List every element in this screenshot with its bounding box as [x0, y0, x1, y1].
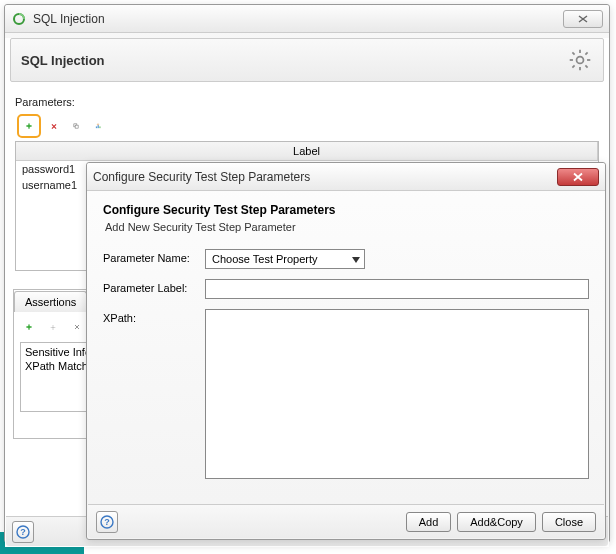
svg-line-9: [585, 52, 587, 54]
svg-rect-11: [75, 125, 78, 128]
dialog-title: Configure Security Test Step Parameters: [93, 170, 557, 184]
page-title: SQL Injection: [21, 53, 105, 68]
svg-text:?: ?: [20, 527, 26, 537]
svg-rect-14: [99, 126, 100, 128]
svg-rect-13: [98, 125, 99, 128]
svg-point-15: [52, 326, 54, 328]
xpath-input[interactable]: [205, 309, 589, 479]
xpath-label: XPath:: [103, 309, 205, 324]
column-label: Label: [16, 142, 598, 160]
dialog-titlebar: Configure Security Test Step Parameters: [87, 163, 605, 191]
table-header-row: Label: [16, 142, 598, 161]
row-parameter-label: Parameter Label:: [103, 279, 589, 299]
parameter-name-label: Parameter Name:: [103, 249, 205, 264]
gear-icon[interactable]: [567, 47, 593, 73]
svg-rect-12: [96, 126, 97, 128]
copy-parameter-button[interactable]: [67, 117, 85, 135]
parameter-name-select[interactable]: Choose Test Property: [205, 249, 365, 269]
parameters-toolbar: [15, 114, 599, 138]
extract-parameter-button[interactable]: [89, 117, 107, 135]
svg-point-1: [577, 57, 584, 64]
dialog-close-button[interactable]: [557, 168, 599, 186]
row-parameter-name: Parameter Name: Choose Test Property: [103, 249, 589, 269]
svg-line-8: [572, 65, 574, 67]
svg-line-6: [572, 52, 574, 54]
configure-parameters-dialog: Configure Security Test Step Parameters …: [86, 162, 606, 540]
window-title: SQL Injection: [33, 12, 559, 26]
window-close-button[interactable]: [563, 10, 603, 28]
parameter-label-label: Parameter Label:: [103, 279, 205, 294]
row-xpath: XPath:: [103, 309, 589, 479]
help-button[interactable]: ?: [12, 521, 34, 543]
add-assertion-button[interactable]: [20, 318, 38, 336]
svg-text:?: ?: [104, 517, 110, 527]
add-button[interactable]: Add: [406, 512, 452, 532]
svg-line-7: [585, 65, 587, 67]
parameter-label-input[interactable]: [205, 279, 589, 299]
chevron-down-icon: [352, 253, 360, 265]
add-copy-button[interactable]: Add&Copy: [457, 512, 536, 532]
remove-parameter-button[interactable]: [45, 117, 63, 135]
dialog-body: Configure Security Test Step Parameters …: [87, 191, 605, 495]
dialog-footer: ? Add Add&Copy Close: [88, 504, 604, 538]
dialog-subheading: Add New Security Test Step Parameter: [105, 221, 589, 233]
parameters-label: Parameters:: [15, 96, 599, 108]
configure-assertion-button[interactable]: [44, 318, 62, 336]
remove-assertion-button[interactable]: [68, 318, 86, 336]
app-icon: [11, 11, 27, 27]
dialog-help-button[interactable]: ?: [96, 511, 118, 533]
tab-assertions[interactable]: Assertions: [14, 291, 87, 312]
add-parameter-button[interactable]: [20, 117, 38, 135]
main-titlebar: SQL Injection: [5, 5, 609, 33]
highlight-add: [17, 114, 41, 138]
dialog-heading: Configure Security Test Step Parameters: [103, 203, 589, 217]
select-value: Choose Test Property: [212, 253, 318, 265]
close-button[interactable]: Close: [542, 512, 596, 532]
header-strip: SQL Injection: [10, 38, 604, 82]
